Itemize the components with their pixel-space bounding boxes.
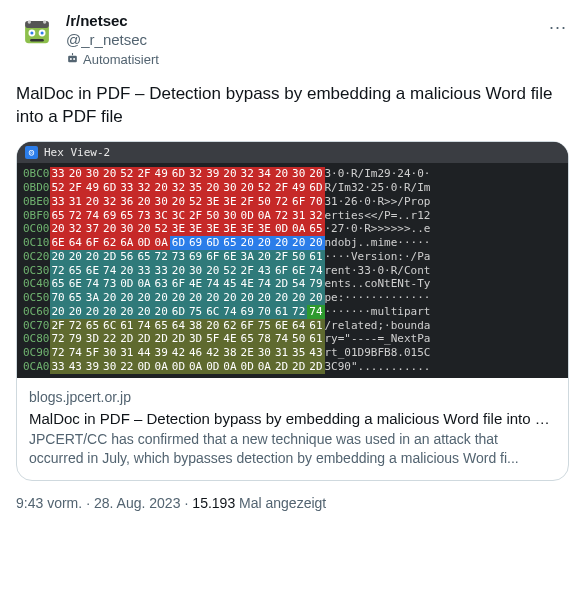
- card-title: MalDoc in PDF – Detection bypass by embe…: [29, 409, 556, 429]
- svg-point-8: [43, 20, 46, 23]
- hex-row: 0C9072745F30314439424642382E30313543rt_0…: [23, 346, 430, 360]
- hex-ascii: ry="----=_NextPa: [325, 332, 431, 346]
- hex-bytes: 522F496D3332203235203020522F496D: [50, 181, 325, 195]
- avatar[interactable]: [16, 12, 58, 54]
- hex-row: 0C702F72656C617465643820626F756E6461/rel…: [23, 319, 430, 333]
- hex-bytes: 33433930220D0A0D0A0D0A0D0A2D2D2D: [50, 360, 325, 374]
- automated-badge: Automatisiert: [66, 52, 159, 69]
- hex-row: 0C202020202D56657273696F6E3A202F5061····…: [23, 250, 430, 264]
- hex-row: 0C106E646F626A0D0A6D696D652020202020ndob…: [23, 236, 430, 250]
- hex-ascii: 31·26·0·R>>/Prop: [325, 195, 431, 209]
- hex-bytes: 203237203020523E3E3E3E3E3E0D0A65: [50, 222, 325, 236]
- hex-addr: 0C90: [23, 346, 50, 360]
- svg-rect-9: [68, 55, 77, 62]
- hex-row: 0BF06572746965733C3C2F50300D0A723132erti…: [23, 209, 430, 223]
- hex-bytes: 2020202D56657273696F6E3A202F5061: [50, 250, 325, 264]
- hex-addr: 0C20: [23, 250, 50, 264]
- hex-ascii: ents..coNtENt-Ty: [325, 277, 431, 291]
- hex-addr: 0C00: [23, 222, 50, 236]
- hex-row: 0BD0522F496D3332203235203020522F496DR/Im…: [23, 181, 430, 195]
- hex-bytes: 202020202020206D756C746970617274: [50, 305, 325, 319]
- svg-rect-12: [72, 53, 73, 55]
- hex-row: 0C3072656E74203333203020522F436F6E74rent…: [23, 264, 430, 278]
- hex-addr: 0C10: [23, 236, 50, 250]
- hex-ascii: erties<</P=..r12: [325, 209, 431, 223]
- card-body: blogs.jpcert.or.jp MalDoc in PDF – Detec…: [17, 378, 568, 480]
- hex-row: 0C40656E74730D0A636F4E74454E742D5479ents…: [23, 277, 430, 291]
- hex-ascii: 3C90"...........: [325, 360, 431, 374]
- hex-ascii: rent·33·0·R/Cont: [325, 264, 431, 278]
- hex-ascii: rt_01D9BFB8.015C: [325, 346, 431, 360]
- hex-row: 0C60202020202020206D756C746970617274····…: [23, 305, 430, 319]
- robot-icon: [66, 52, 79, 69]
- svg-point-5: [41, 31, 44, 34]
- automated-label: Automatisiert: [83, 52, 159, 68]
- hex-title: Hex View-2: [44, 146, 110, 160]
- more-button[interactable]: ···: [541, 10, 575, 44]
- hex-bytes: 70653A20202020202020202020202020: [50, 291, 325, 305]
- user-block: /r/netsec @_r_netsec Automatisiert: [66, 12, 159, 69]
- hex-ascii: /related;·bounda: [325, 319, 431, 333]
- hex-row: 0C00203237203020523E3E3E3E3E3E0D0A65·27·…: [23, 222, 430, 236]
- hex-app-icon: ◎: [25, 146, 38, 159]
- hex-bytes: 72656E74203333203020522F436F6E74: [50, 264, 325, 278]
- hex-addr: 0C40: [23, 277, 50, 291]
- hex-bytes: 2F72656C617465643820626F756E6461: [50, 319, 325, 333]
- hex-addr: 0C70: [23, 319, 50, 333]
- hex-addr: 0BC0: [23, 167, 50, 181]
- card-description: JPCERT/CC has confirmed that a new techn…: [29, 430, 556, 468]
- hex-addr: 0C80: [23, 332, 50, 346]
- avatar-robot-icon: [20, 16, 54, 50]
- svg-point-4: [30, 31, 33, 34]
- tweet-meta: 9:43 vorm.·28. Aug. 2023·15.193 Mal ange…: [16, 495, 569, 511]
- user-handle[interactable]: @_r_netsec: [66, 31, 159, 50]
- svg-point-7: [28, 20, 31, 23]
- meta-time[interactable]: 9:43 vorm.: [16, 495, 82, 511]
- hex-bytes: 6E646F626A0D0A6D696D652020202020: [50, 236, 325, 250]
- hex-ascii: ndobj..mime·····: [325, 236, 431, 250]
- hex-ascii: ····Version:·/Pa: [325, 250, 431, 264]
- hex-addr: 0C60: [23, 305, 50, 319]
- tweet-header: /r/netsec @_r_netsec Automatisiert ···: [16, 12, 569, 69]
- tweet-text: MalDoc in PDF – Detection bypass by embe…: [16, 83, 569, 129]
- card-domain: blogs.jpcert.or.jp: [29, 388, 556, 407]
- hex-addr: 0CA0: [23, 360, 50, 374]
- meta-date[interactable]: 28. Aug. 2023: [94, 495, 180, 511]
- tweet-container: /r/netsec @_r_netsec Automatisiert ··· M…: [0, 0, 585, 511]
- hex-ascii: pe:·············: [325, 291, 431, 305]
- hex-bytes: 3331203236203020523E3E2F50726F70: [50, 195, 325, 209]
- hex-bytes: 72793D222D2D2D2D3D5F4E6578745061: [50, 332, 325, 346]
- hex-row: 0BC033203020522F496D32392032342030203·0·…: [23, 167, 430, 181]
- hex-addr: 0BD0: [23, 181, 50, 195]
- hex-ascii: ·······multipart: [325, 305, 431, 319]
- hex-ascii: R/Im32·25·0·R/Im: [325, 181, 431, 195]
- hex-addr: 0BF0: [23, 209, 50, 223]
- hex-row: 0BE03331203236203020523E3E2F50726F7031·2…: [23, 195, 430, 209]
- svg-rect-6: [30, 39, 44, 42]
- link-card[interactable]: ◎ Hex View-2 0BC033203020522F496D3239203…: [16, 141, 569, 481]
- more-icon: ···: [549, 17, 567, 38]
- svg-point-11: [73, 58, 75, 60]
- hex-addr: 0C50: [23, 291, 50, 305]
- card-image-hexview: ◎ Hex View-2 0BC033203020522F496D3239203…: [17, 142, 568, 378]
- hex-bytes: 33203020522F496D3239203234203020: [50, 167, 325, 181]
- display-name[interactable]: /r/netsec: [66, 12, 159, 31]
- meta-views-count[interactable]: 15.193: [192, 495, 235, 511]
- hex-table: 0BC033203020522F496D32392032342030203·0·…: [23, 167, 430, 373]
- hex-addr: 0C30: [23, 264, 50, 278]
- hex-bytes: 72745F30314439424642382E30313543: [50, 346, 325, 360]
- hex-bytes: 6572746965733C3C2F50300D0A723132: [50, 209, 325, 223]
- hex-addr: 0BE0: [23, 195, 50, 209]
- svg-point-10: [70, 58, 72, 60]
- hex-bytes: 656E74730D0A636F4E74454E742D5479: [50, 277, 325, 291]
- hex-row: 0C5070653A20202020202020202020202020pe:·…: [23, 291, 430, 305]
- hex-row: 0C8072793D222D2D2D2D3D5F4E6578745061ry="…: [23, 332, 430, 346]
- hex-ascii: 3·0·R/Im29·24·0·: [325, 167, 431, 181]
- hex-row: 0CA033433930220D0A0D0A0D0A0D0A2D2D2D3C90…: [23, 360, 430, 374]
- hex-title-bar: ◎ Hex View-2: [17, 142, 568, 164]
- meta-views-label: Mal angezeigt: [239, 495, 326, 511]
- hex-ascii: ·27·0·R>>>>>>..e: [325, 222, 431, 236]
